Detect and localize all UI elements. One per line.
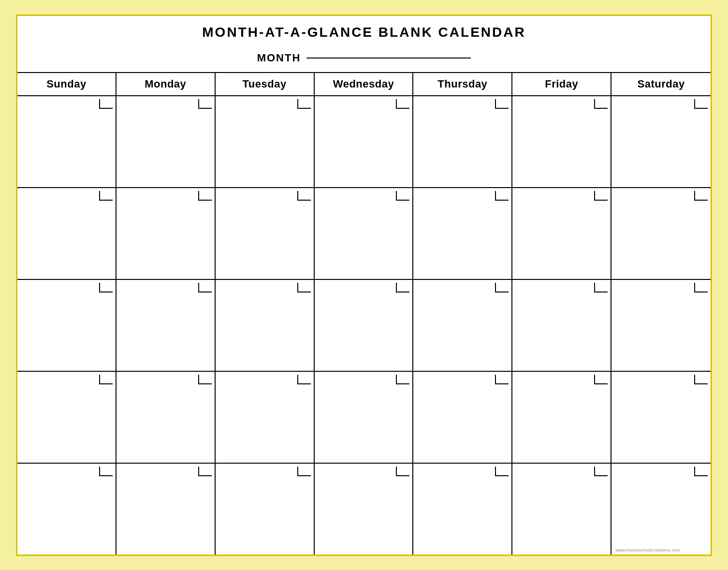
calendar-grid: www.homeschoolcreations.com (17, 96, 711, 555)
cell-1-6[interactable] (512, 96, 612, 187)
date-corner (594, 375, 608, 384)
cell-2-1[interactable] (17, 188, 116, 279)
cell-2-2[interactable] (116, 188, 216, 279)
day-sunday: Sunday (17, 73, 116, 95)
date-corner (495, 283, 509, 292)
date-corner (594, 99, 608, 109)
cell-1-3[interactable] (216, 96, 315, 187)
calendar-row-5: www.homeschoolcreations.com (17, 464, 711, 555)
cell-3-1[interactable] (17, 280, 116, 371)
month-line (306, 58, 471, 58)
days-header: Sunday Monday Tuesday Wednesday Thursday… (17, 73, 711, 96)
date-corner (694, 375, 708, 384)
date-corner (297, 99, 311, 109)
date-corner (694, 283, 708, 292)
calendar-title: MONTH-AT-A-GLANCE BLANK CALENDAR (17, 16, 711, 47)
date-corner (396, 375, 409, 384)
month-row: MONTH (17, 47, 711, 73)
cell-4-3[interactable] (216, 372, 315, 463)
cell-3-5[interactable] (413, 280, 512, 371)
cell-5-2[interactable] (116, 464, 216, 555)
cell-5-6[interactable] (512, 464, 612, 555)
cell-2-6[interactable] (512, 188, 612, 279)
cell-2-5[interactable] (413, 188, 512, 279)
date-corner (198, 375, 212, 384)
date-corner (297, 375, 311, 384)
cell-2-7[interactable] (612, 188, 711, 279)
date-corner (694, 191, 708, 201)
cell-1-2[interactable] (116, 96, 216, 187)
date-corner (594, 191, 608, 201)
cell-5-4[interactable] (315, 464, 414, 555)
cell-5-5[interactable] (413, 464, 512, 555)
date-corner (396, 191, 409, 201)
date-corner (198, 467, 212, 476)
date-corner (594, 283, 608, 292)
date-corner (297, 467, 311, 476)
month-label: MONTH (257, 52, 301, 64)
day-wednesday: Wednesday (315, 73, 414, 95)
cell-5-7[interactable]: www.homeschoolcreations.com (612, 464, 711, 555)
date-corner (594, 467, 608, 476)
calendar-container: MONTH-AT-A-GLANCE BLANK CALENDAR MONTH S… (16, 15, 712, 556)
date-corner (495, 99, 509, 109)
cell-3-3[interactable] (216, 280, 315, 371)
cell-4-5[interactable] (413, 372, 512, 463)
date-corner (99, 375, 113, 384)
date-corner (99, 99, 113, 109)
calendar-row-2 (17, 188, 711, 280)
cell-2-3[interactable] (216, 188, 315, 279)
date-corner (99, 467, 113, 476)
date-corner (396, 99, 409, 109)
cell-3-2[interactable] (116, 280, 216, 371)
date-corner (396, 283, 409, 292)
date-corner (198, 99, 212, 109)
date-corner (495, 467, 509, 476)
day-friday: Friday (512, 73, 612, 95)
cell-4-1[interactable] (17, 372, 116, 463)
watermark: www.homeschoolcreations.com (615, 548, 680, 553)
date-corner (694, 99, 708, 109)
date-corner (495, 191, 509, 201)
date-corner (198, 283, 212, 292)
cell-1-7[interactable] (612, 96, 711, 187)
calendar-row-3 (17, 280, 711, 372)
cell-4-4[interactable] (315, 372, 414, 463)
day-saturday: Saturday (612, 73, 711, 95)
cell-3-4[interactable] (315, 280, 414, 371)
cell-3-7[interactable] (612, 280, 711, 371)
calendar-row-1 (17, 96, 711, 188)
cell-1-5[interactable] (413, 96, 512, 187)
calendar-row-4 (17, 372, 711, 464)
day-thursday: Thursday (413, 73, 512, 95)
cell-4-7[interactable] (612, 372, 711, 463)
date-corner (297, 191, 311, 201)
date-corner (694, 467, 708, 476)
cell-5-1[interactable] (17, 464, 116, 555)
cell-4-6[interactable] (512, 372, 612, 463)
cell-1-1[interactable] (17, 96, 116, 187)
cell-5-3[interactable] (216, 464, 315, 555)
day-tuesday: Tuesday (216, 73, 315, 95)
cell-1-4[interactable] (315, 96, 414, 187)
date-corner (99, 283, 113, 292)
date-corner (198, 191, 212, 201)
cell-2-4[interactable] (315, 188, 414, 279)
cell-4-2[interactable] (116, 372, 216, 463)
day-monday: Monday (116, 73, 216, 95)
date-corner (297, 283, 311, 292)
date-corner (495, 375, 509, 384)
date-corner (99, 191, 113, 201)
cell-3-6[interactable] (512, 280, 612, 371)
date-corner (396, 467, 409, 476)
